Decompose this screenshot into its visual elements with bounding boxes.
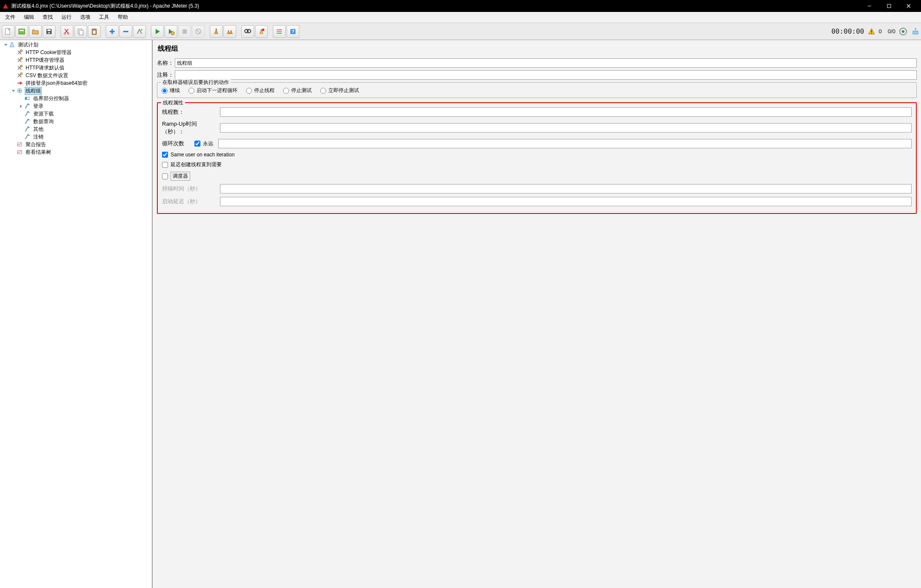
tree-node-HTTP请求默认值[interactable]: HTTP请求默认值 <box>0 64 152 72</box>
window-title: 测试模板4.0.jmx (C:\Users\Wayne\Desktop\测试模板… <box>11 3 860 10</box>
on-error-radio-2[interactable]: 停止线程 <box>246 87 275 94</box>
minimize-button[interactable] <box>860 0 879 12</box>
tree-label: CSV 数据文件设置 <box>25 72 69 79</box>
new-button[interactable] <box>2 25 14 38</box>
tree-label: 临界部分控制器 <box>32 95 70 102</box>
tree-node-数据查询[interactable]: 数据查询 <box>0 118 152 125</box>
name-input[interactable] <box>175 58 917 68</box>
same-user-checkbox[interactable] <box>162 152 168 158</box>
server-icon[interactable] <box>912 28 919 35</box>
tree-node-资源下载[interactable]: 资源下载 <box>0 110 152 118</box>
copy-button[interactable] <box>74 25 87 38</box>
on-error-radio-4[interactable]: 立即停止测试 <box>320 87 359 94</box>
search-button[interactable] <box>241 25 254 38</box>
warning-icon[interactable]: ! <box>868 28 875 35</box>
comment-input[interactable] <box>175 70 917 80</box>
on-error-radio-3[interactable]: 停止测试 <box>283 87 312 94</box>
startup-delay-input[interactable] <box>220 197 912 206</box>
menu-文件[interactable]: 文件 <box>1 12 20 22</box>
menu-帮助[interactable]: 帮助 <box>113 12 132 22</box>
loops-input[interactable] <box>218 139 912 148</box>
on-error-radio-1[interactable]: 启动下一进程循环 <box>188 87 237 94</box>
clear-button[interactable] <box>210 25 223 38</box>
tree-node-线程组[interactable]: 线程组 <box>0 87 152 95</box>
sampler-icon <box>24 126 31 133</box>
thread-count: 0/0 <box>888 28 895 35</box>
svg-rect-7 <box>48 32 50 34</box>
tree-node-HTTP缓存管理器[interactable]: HTTP缓存管理器 <box>0 56 152 64</box>
reset-search-button[interactable] <box>255 25 268 38</box>
rampup-input[interactable] <box>220 123 912 133</box>
tree-node-其他[interactable]: 其他 <box>0 125 152 133</box>
threads-input[interactable] <box>220 107 912 117</box>
sampler-icon <box>24 103 31 110</box>
svg-rect-55 <box>17 143 22 146</box>
help-button[interactable]: ? <box>287 25 299 38</box>
tree-toggle-icon[interactable] <box>3 43 8 47</box>
tree-pane[interactable]: 测试计划HTTP Cookie管理器HTTP缓存管理器HTTP请求默认值CSV … <box>0 40 153 588</box>
threads-icon <box>16 87 23 94</box>
tree-node-临界部分控制器[interactable]: 临界部分控制器 <box>0 95 152 102</box>
tree-node-拼接登录json并base64加密[interactable]: 拼接登录json并base64加密 <box>0 79 152 87</box>
comment-label: 注释： <box>157 71 175 79</box>
toggle-button[interactable] <box>133 25 146 38</box>
menu-编辑[interactable]: 编辑 <box>20 12 38 22</box>
start-no-timers-button[interactable] <box>165 25 177 38</box>
tree-node-HTTP Cookie管理器[interactable]: HTTP Cookie管理器 <box>0 49 152 56</box>
svg-rect-35 <box>913 31 918 34</box>
scheduler-checkbox[interactable] <box>162 173 168 179</box>
forever-checkbox[interactable] <box>194 141 200 147</box>
tree-node-登录[interactable]: 登录 <box>0 102 152 110</box>
shutdown-button[interactable] <box>192 25 205 38</box>
start-button[interactable] <box>151 25 164 38</box>
preproc-icon <box>16 80 23 86</box>
tree-node-聚合报告[interactable]: 聚合报告 <box>0 141 152 148</box>
on-error-radio-0[interactable]: 继续 <box>162 87 180 94</box>
tree-label: HTTP Cookie管理器 <box>25 49 72 56</box>
tree-node-注销[interactable]: 注销 <box>0 133 152 141</box>
app-icon <box>3 3 9 9</box>
templates-button[interactable] <box>15 25 28 38</box>
maximize-button[interactable] <box>879 0 899 12</box>
svg-text:!: ! <box>871 29 872 34</box>
tree-label: 线程组 <box>25 87 42 95</box>
collapse-button[interactable] <box>119 25 132 38</box>
open-button[interactable] <box>29 25 42 38</box>
content-area: 测试计划HTTP Cookie管理器HTTP缓存管理器HTTP请求默认值CSV … <box>0 40 921 588</box>
tree-toggle-icon[interactable] <box>11 89 15 93</box>
tree-node-CSV 数据文件设置[interactable]: CSV 数据文件设置 <box>0 72 152 79</box>
forever-label: 永远 <box>203 140 213 147</box>
config-icon <box>16 57 23 63</box>
stop-button[interactable] <box>178 25 191 38</box>
svg-point-26 <box>262 29 264 31</box>
menu-运行[interactable]: 运行 <box>57 12 76 22</box>
tree-toggle-icon <box>11 81 15 85</box>
clear-all-button[interactable] <box>223 25 236 38</box>
delay-create-checkbox[interactable] <box>162 162 168 168</box>
expand-button[interactable] <box>106 25 119 38</box>
cut-button[interactable] <box>61 25 73 38</box>
tree-toggle-icon[interactable] <box>19 104 23 108</box>
sampler-icon <box>24 133 31 140</box>
svg-point-48 <box>25 115 26 116</box>
duration-input[interactable] <box>220 184 912 193</box>
editor-pane: 线程组 名称： 注释： 在取样器错误后要执行的动作 继续启动下一进程循环停止线程… <box>153 40 921 588</box>
svg-rect-40 <box>20 73 22 75</box>
save-button[interactable] <box>43 25 55 38</box>
svg-point-46 <box>25 107 26 109</box>
thread-properties-legend: 线程属性 <box>161 99 185 107</box>
menu-选项[interactable]: 选项 <box>76 12 95 22</box>
menu-工具[interactable]: 工具 <box>95 12 113 22</box>
tree-node-测试计划[interactable]: 测试计划 <box>0 41 152 49</box>
same-user-label: Same user on each iteration <box>171 152 235 158</box>
menubar: 文件编辑查找运行选项工具帮助 <box>0 12 921 23</box>
close-button[interactable] <box>899 0 918 12</box>
tree-label: 聚合报告 <box>25 141 47 148</box>
function-helper-button[interactable] <box>273 25 286 38</box>
menu-查找[interactable]: 查找 <box>38 12 57 22</box>
svg-rect-37 <box>20 50 22 52</box>
paste-button[interactable] <box>88 25 101 38</box>
tree-node-察看结果树[interactable]: 察看结果树 <box>0 148 152 156</box>
threads-label: 线程数： <box>162 108 217 116</box>
duration-label: 持续时间（秒） <box>162 185 217 193</box>
